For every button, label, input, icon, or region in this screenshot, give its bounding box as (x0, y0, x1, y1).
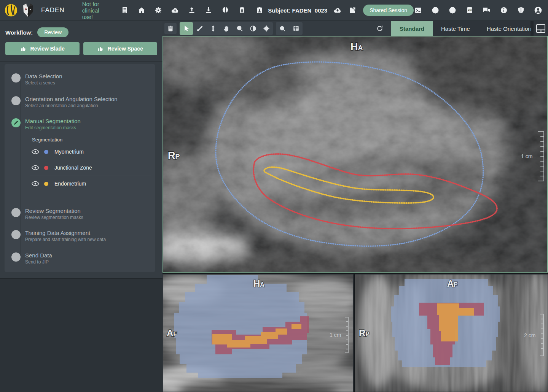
shield-icon[interactable] (516, 6, 526, 15)
review-space-button[interactable]: Review Space (83, 42, 158, 55)
step-circle (11, 230, 21, 239)
thumbs-up-icon (20, 46, 27, 52)
list-icon[interactable] (120, 6, 129, 15)
clinical-warning: Not for clinical use! (82, 1, 105, 20)
cloud-upload-icon[interactable] (170, 6, 180, 15)
viewer-toolbar: Standard Haste Time Haste Orientations (162, 21, 548, 36)
review-blade-label: Review Blade (30, 46, 65, 52)
refresh-icon[interactable] (373, 21, 387, 36)
crosshair-tool[interactable] (260, 22, 273, 35)
step-send-data[interactable]: Send Data Send to JIP (5, 252, 155, 265)
id-badge-icon (255, 6, 264, 15)
step-circle (11, 73, 21, 83)
label-color-dot (44, 166, 48, 170)
view-tabs: Standard Haste Time Haste Orientations (391, 21, 542, 36)
bottom-right-viewport[interactable]: AF RP 2 cm (355, 274, 548, 392)
scroll-slices-tool[interactable] (206, 22, 220, 35)
segmentation-row-endometrium[interactable]: Endometrium (5, 178, 155, 189)
step-review-segmentation[interactable]: Review Segmentation Review segmentation … (5, 208, 155, 220)
brain-icon[interactable] (221, 6, 230, 15)
tab-standard[interactable]: Standard (391, 21, 433, 36)
scale-label: 2 cm (524, 332, 535, 338)
step-circle-active (11, 118, 21, 127)
viewer-area: Standard Haste Time Haste Orientations (162, 21, 548, 392)
tab-haste-time[interactable]: Haste Time (433, 21, 478, 36)
chat-icon[interactable] (482, 6, 491, 15)
info-icon[interactable] (499, 6, 508, 15)
main-mri-viewport[interactable]: HA RP 1 cm (162, 36, 548, 273)
step-data-selection[interactable]: Data Selection Select a series (5, 73, 155, 86)
search-tool[interactable] (276, 22, 289, 35)
pdf-icon[interactable]: PDF (465, 6, 474, 15)
svg-text:PDF: PDF (468, 9, 471, 11)
review-space-label: Review Space (108, 46, 143, 52)
segmentation-row-junctional-zone[interactable]: Junctional Zone (5, 162, 155, 173)
contrast-tool[interactable] (246, 22, 260, 35)
gear-icon[interactable] (154, 6, 163, 15)
topbar-right-icons: PDF (414, 6, 543, 15)
divider (30, 176, 151, 176)
workflow-panel: Workflow: Review Review Blade Review Spa… (0, 21, 162, 279)
label-color-dot (44, 150, 48, 154)
step-circle (11, 252, 21, 262)
tray-upload-icon[interactable] (187, 6, 196, 15)
external-link-icon[interactable] (349, 6, 356, 15)
home-icon[interactable] (137, 6, 146, 15)
step-circle (11, 208, 21, 217)
scale-label: 1 cm (521, 153, 532, 159)
tool-group-secondary (276, 22, 303, 35)
tool-group-primary (180, 22, 273, 35)
main-mri-image: HA RP 1 cm (163, 37, 547, 272)
husky-logo-icon (21, 3, 36, 18)
id-badge-icon[interactable] (237, 6, 247, 15)
sidebar: Workflow: Review Review Blade Review Spa… (0, 21, 162, 392)
divider (0, 61, 162, 62)
step-circle (11, 96, 21, 105)
help-icon[interactable] (448, 6, 457, 15)
app-title: FADEN (41, 6, 65, 14)
topbar-left-icons (120, 6, 247, 15)
pan-tool[interactable] (220, 22, 233, 35)
account-icon[interactable] (534, 6, 543, 15)
segmentation-section: Segmentation Myometrium Junctional Zone … (5, 137, 155, 143)
label-color-dot (44, 182, 48, 186)
eye-icon[interactable] (31, 149, 40, 155)
thumbs-up-icon (97, 46, 104, 52)
bottom-left-mri-image: HA AF 1 cm (163, 275, 353, 392)
faden-logo-icon (4, 3, 18, 17)
tray-download-icon[interactable] (204, 6, 213, 15)
review-blade-button[interactable]: Review Blade (5, 42, 80, 55)
scale-label: 1 cm (330, 332, 341, 338)
report-clipboard-icon[interactable] (164, 23, 177, 34)
pencil-icon (14, 121, 18, 125)
segmentation-heading: Segmentation (32, 137, 155, 143)
cloud-download-icon[interactable] (333, 6, 342, 15)
brush-tool[interactable] (193, 22, 206, 35)
terminal-icon[interactable] (414, 6, 423, 15)
workflow-label: Workflow: (5, 29, 33, 36)
step-manual-segmentation[interactable]: Manual Segmentation Edit segmentation ma… (5, 118, 155, 130)
subject-label: Subject: FADEN_0023 (268, 7, 327, 14)
step-orientation-selection[interactable]: Orientation and Angulation Selection Sel… (5, 96, 155, 108)
step-training-data-assignment[interactable]: Training Data Assignment Prepare and sta… (5, 230, 155, 242)
pointer-tool[interactable] (180, 22, 193, 35)
layout-icon[interactable] (530, 21, 548, 36)
bottom-left-viewport[interactable]: HA AF 1 cm (162, 274, 354, 392)
bottom-right-mri-image: AF RP 2 cm (355, 275, 548, 392)
zoom-in-tool[interactable] (233, 22, 246, 35)
segmentation-row-myometrium[interactable]: Myometrium (5, 146, 155, 157)
eye-icon[interactable] (31, 181, 40, 187)
shared-session-button[interactable]: Shared Session (363, 5, 414, 16)
gauge-icon[interactable] (431, 6, 440, 15)
eye-icon[interactable] (31, 165, 40, 171)
table-tool[interactable] (289, 22, 303, 35)
topbar: FADEN Not for clinical use! Su (0, 0, 548, 21)
subject-area: Subject: FADEN_0023 (255, 6, 327, 15)
workflow-steps-card: Data Selection Select a series Orientati… (5, 64, 155, 272)
workflow-value-badge[interactable]: Review (37, 27, 68, 37)
divider (30, 160, 151, 160)
